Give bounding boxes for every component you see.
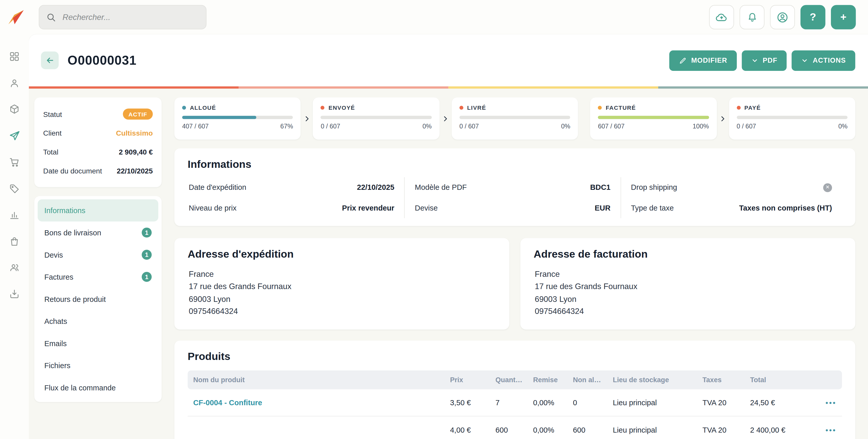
nav-item-achats[interactable]: Achats [38, 310, 158, 332]
field-date-expedition: Date d'expédition 22/10/2025 [189, 177, 394, 198]
rail-reports-button[interactable] [9, 209, 20, 220]
tags-icon [9, 183, 20, 194]
pipeline-stage-paye[interactable]: PAYÉ 0 / 6070% [729, 97, 855, 140]
rail-customers-button[interactable] [9, 262, 20, 273]
progress-bar [459, 116, 570, 119]
help-button[interactable]: ? [801, 5, 825, 29]
informations-card: Informations Date d'expédition 22/10/202… [175, 148, 855, 226]
add-button[interactable]: + [831, 5, 856, 29]
nav-item-flux-de-la-commande[interactable]: Flux de la commande [38, 377, 158, 399]
dashboard-grid-icon [9, 51, 20, 62]
status-dot-icon [598, 106, 602, 109]
customers-icon [9, 262, 20, 273]
nav-item-emails[interactable]: Emails [38, 332, 158, 355]
rail-contacts-button[interactable] [9, 77, 20, 88]
field-drop-shipping: Drop shipping ✕ [631, 177, 832, 198]
document-nav: Informations Bons de livraison 1 Devis 1… [34, 196, 162, 402]
rail-purchases-button[interactable] [9, 157, 20, 168]
status-badge: ACTIF [123, 109, 153, 119]
field-modele-pdf: Modèle de PDF BDC1 [415, 177, 611, 198]
row-menu-button[interactable]: ••• [813, 398, 837, 407]
field-devise: Devise EUR [415, 198, 611, 218]
products-box-icon [9, 104, 20, 115]
icon-rail [0, 34, 29, 439]
row-menu-button[interactable]: ••• [813, 426, 837, 434]
header-actions: MODIFIER PDF ACTIONS [669, 50, 855, 70]
nav-item-devis[interactable]: Devis 1 [38, 243, 158, 266]
rail-tags-button[interactable] [9, 183, 20, 194]
rail-import-button[interactable] [9, 288, 20, 299]
user-circle-icon [776, 11, 789, 24]
sales-plane-icon [9, 130, 20, 142]
chevron-right-icon [717, 115, 729, 122]
chevron-right-icon [301, 115, 313, 122]
search-icon [46, 12, 57, 23]
informations-title: Informations [188, 158, 842, 171]
products-table-header: Nom du produit Prix Quant… Remise Non al… [188, 371, 842, 389]
summary-total-row: Total 2 909,40 € [43, 142, 153, 161]
global-search[interactable] [39, 5, 207, 29]
disabled-circle-x-icon: ✕ [823, 183, 832, 192]
reports-chart-icon [9, 209, 20, 220]
count-badge: 1 [142, 272, 152, 282]
billing-address-card: Adresse de facturation France 17 rue des… [521, 238, 856, 329]
nav-item-informations[interactable]: Informations [38, 199, 158, 222]
products-card: Produits Nom du produit Prix Quant… Remi… [175, 341, 855, 439]
fulfillment-pipeline: ALLOUÉ 407 / 60767% ENVOYÉ 0 / 6070% [175, 97, 855, 140]
app-window: ? + [0, 0, 868, 439]
progress-bar [737, 116, 847, 119]
pipeline-stage-livre[interactable]: LIVRÉ 0 / 6070% [452, 97, 578, 140]
progress-bar [598, 116, 709, 119]
summary-card: Statut ACTIF Client Cultissimo Total 2 9… [34, 97, 162, 187]
nav-item-bons-de-livraison[interactable]: Bons de livraison 1 [38, 222, 158, 244]
arrow-left-icon [45, 55, 55, 65]
pipeline-stage-envoye[interactable]: ENVOYÉ 0 / 6070% [313, 97, 439, 140]
plus-icon: + [840, 11, 846, 23]
left-panel: Statut ACTIF Client Cultissimo Total 2 9… [34, 97, 162, 402]
status-progress-stripe [29, 86, 868, 89]
pencil-icon [679, 56, 687, 64]
question-icon: ? [810, 11, 816, 23]
search-input[interactable] [61, 12, 199, 22]
chevron-down-icon [751, 57, 758, 64]
products-title: Produits [188, 350, 842, 363]
document-header: O00000031 MODIFIER PDF [29, 34, 868, 86]
rail-products-button[interactable] [9, 104, 20, 115]
progress-bar [182, 116, 293, 119]
rail-dashboard-button[interactable] [9, 51, 20, 62]
pipeline-stage-alloue[interactable]: ALLOUÉ 407 / 60767% [175, 97, 301, 140]
back-button[interactable] [41, 52, 59, 69]
topbar: ? + [0, 0, 868, 34]
summary-date-row: Date du document 22/10/2025 [43, 161, 153, 180]
topbar-actions: ? + [709, 5, 868, 29]
count-badge: 1 [142, 228, 152, 238]
app-logo-icon[interactable] [7, 8, 26, 27]
product-row: 4,00 € 600 0,00% 600 Lieu principal TVA … [188, 416, 842, 439]
sync-cloud-button[interactable] [709, 5, 734, 29]
pipeline-stage-facture[interactable]: FACTURÉ 607 / 607100% [590, 97, 717, 140]
chevron-down-icon [801, 57, 808, 64]
status-dot-icon [182, 106, 186, 109]
modifier-button[interactable]: MODIFIER [669, 50, 737, 70]
billing-address-lines: France 17 rue des Grands Fournaux 69003 … [534, 268, 842, 318]
nav-item-factures[interactable]: Factures 1 [38, 266, 158, 288]
client-link[interactable]: Cultissimo [116, 129, 153, 137]
bag-icon [9, 236, 20, 246]
purchases-cart-icon [9, 157, 20, 168]
product-link[interactable]: CF-0004 - Confiture [193, 398, 446, 407]
shipping-address-title: Adresse d'expédition [188, 248, 496, 260]
contacts-icon [9, 77, 20, 88]
nav-item-fichiers[interactable]: Fichiers [38, 354, 158, 377]
import-icon [9, 288, 20, 299]
field-niveau-de-prix: Niveau de prix Prix revendeur [189, 198, 394, 218]
notifications-button[interactable] [740, 5, 765, 29]
progress-bar [321, 116, 432, 119]
pdf-button[interactable]: PDF [742, 50, 787, 70]
nav-item-retours-de-produit[interactable]: Retours de produit [38, 288, 158, 310]
main-column: ALLOUÉ 407 / 60767% ENVOYÉ 0 / 6070% [175, 97, 855, 439]
account-button[interactable] [770, 5, 795, 29]
summary-statut-row: Statut ACTIF [43, 105, 153, 123]
rail-sales-button[interactable] [9, 130, 20, 142]
rail-bag-button[interactable] [9, 236, 20, 246]
actions-button[interactable]: ACTIONS [792, 50, 855, 70]
